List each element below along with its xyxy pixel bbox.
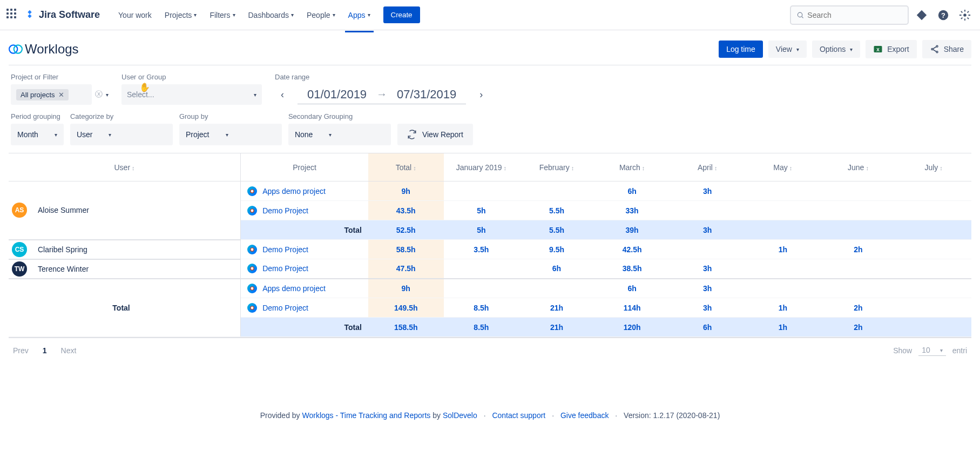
view-button[interactable]: View▾	[768, 41, 807, 58]
date-prev-button[interactable]: ‹	[275, 84, 290, 105]
hours-value[interactable]: 3h	[703, 284, 712, 293]
hours-value[interactable]: 2h	[854, 245, 862, 254]
nav-people[interactable]: People▾	[301, 6, 341, 24]
project-link[interactable]: Demo Project	[262, 206, 308, 215]
nav-dashboards[interactable]: Dashboards▾	[243, 6, 300, 24]
pager-next[interactable]: Next	[61, 346, 77, 355]
svg-point-9	[936, 45, 938, 47]
col-month-3[interactable]: April	[670, 153, 745, 181]
hours-value[interactable]: 43.5h	[396, 206, 416, 215]
options-button[interactable]: Options▾	[812, 41, 860, 58]
export-button[interactable]: X Export	[866, 40, 916, 58]
secondary-select[interactable]: None▾	[288, 124, 391, 145]
log-time-button[interactable]: Log time	[719, 41, 763, 58]
hours-value[interactable]: 9h	[402, 187, 410, 196]
search-box[interactable]	[790, 5, 909, 25]
hours-value[interactable]: 5h	[477, 226, 485, 234]
hours-value[interactable]: 5.5h	[549, 206, 564, 215]
col-user[interactable]: User	[9, 153, 241, 181]
hours-value[interactable]: 3h	[703, 264, 712, 273]
nav-projects[interactable]: Projects▾	[159, 6, 202, 24]
user-filter-control[interactable]: Select... ▾	[121, 84, 262, 105]
hours-value[interactable]: 158.5h	[394, 323, 418, 332]
project-link[interactable]: Apps demo project	[262, 284, 326, 293]
hours-value[interactable]: 8.5h	[474, 323, 489, 332]
project-link[interactable]: Apps demo project	[262, 187, 326, 196]
hours-value[interactable]: 1h	[779, 304, 787, 312]
nav-filters[interactable]: Filters▾	[204, 6, 240, 24]
pager-size-select[interactable]: 10 ▾	[918, 345, 946, 356]
clear-project-icon[interactable]: ⓧ	[95, 90, 103, 99]
hours-value[interactable]: 114h	[624, 304, 641, 312]
hours-value[interactable]: 5.5h	[549, 226, 564, 234]
hours-value[interactable]: 120h	[624, 323, 641, 332]
hours-value[interactable]: 33h	[626, 206, 639, 215]
hours-value[interactable]: 5h	[477, 206, 485, 215]
search-icon	[796, 11, 804, 19]
footer-support-link[interactable]: Contact support	[492, 411, 545, 420]
pager-prev[interactable]: Prev	[13, 346, 29, 355]
date-next-button[interactable]: ›	[474, 84, 489, 105]
hours-value[interactable]: 3.5h	[474, 245, 489, 254]
hours-value[interactable]: 3h	[703, 304, 712, 312]
footer-vendor-link[interactable]: SolDevelo	[443, 411, 477, 420]
hours-value[interactable]: 42.5h	[623, 245, 642, 254]
hours-value[interactable]: 1h	[779, 245, 787, 254]
chevron-down-icon: ▾	[291, 12, 294, 18]
project-link[interactable]: Demo Project	[262, 264, 308, 273]
hours-value[interactable]: 8.5h	[474, 304, 489, 312]
hours-value[interactable]: 47.5h	[396, 264, 416, 273]
hours-value[interactable]: 52.5h	[396, 226, 416, 234]
hours-value[interactable]: 3h	[703, 187, 712, 196]
notifications-icon[interactable]	[913, 6, 930, 24]
col-month-1[interactable]: February	[519, 153, 594, 181]
create-button[interactable]: Create	[383, 6, 420, 23]
hours-value[interactable]: 6h	[627, 284, 636, 293]
search-input[interactable]	[807, 11, 902, 19]
hours-value[interactable]: 21h	[550, 323, 563, 332]
col-month-2[interactable]: March	[594, 153, 670, 181]
hours-value[interactable]: 38.5h	[623, 264, 642, 273]
hours-value[interactable]: 149.5h	[394, 304, 418, 312]
hours-value[interactable]: 6h	[552, 264, 561, 273]
chevron-down-icon: ▾	[850, 46, 853, 52]
product-logo[interactable]: Jira Software	[24, 9, 100, 21]
hours-value[interactable]: 2h	[854, 304, 862, 312]
hours-value[interactable]: 6h	[627, 187, 636, 196]
footer-feedback-link[interactable]: Give feedback	[560, 411, 609, 420]
avatar: CS	[12, 242, 27, 257]
project-filter-control[interactable]: All projects ✕	[11, 84, 92, 105]
hours-value[interactable]: 58.5h	[396, 245, 416, 254]
hours-value[interactable]: 1h	[779, 323, 787, 332]
hours-value[interactable]: 9h	[402, 284, 410, 293]
categorize-select[interactable]: User▾	[70, 124, 173, 145]
app-switcher-icon[interactable]	[6, 9, 19, 22]
hours-value[interactable]: 9.5h	[549, 245, 564, 254]
col-total[interactable]: Total	[368, 153, 444, 181]
hours-value[interactable]: 3h	[703, 226, 712, 234]
project-link[interactable]: Demo Project	[262, 245, 308, 254]
date-range-box[interactable]: 01/01/2019 → 07/31/2019	[298, 85, 466, 104]
hours-value[interactable]: 6h	[703, 323, 712, 332]
hours-value[interactable]: 39h	[626, 226, 639, 234]
nav-apps[interactable]: Apps▾	[343, 6, 376, 24]
project-link[interactable]: Demo Project	[262, 304, 308, 312]
remove-chip-icon[interactable]: ✕	[58, 91, 64, 99]
nav-your-work[interactable]: Your work	[113, 6, 157, 24]
groupby-select[interactable]: Project▾	[179, 124, 282, 145]
footer-app-link[interactable]: Worklogs - Time Tracking and Reports	[302, 411, 430, 420]
hours-value[interactable]: 21h	[550, 304, 563, 312]
settings-icon[interactable]	[956, 6, 974, 24]
view-report-button[interactable]: View Report	[397, 124, 473, 145]
chevron-down-icon[interactable]: ▾	[106, 92, 109, 98]
help-icon[interactable]: ?	[935, 6, 952, 24]
period-select[interactable]: Month▾	[11, 124, 64, 145]
col-month-0[interactable]: January 2019	[444, 153, 519, 181]
share-button[interactable]: Share	[922, 40, 971, 58]
hours-value[interactable]: 2h	[854, 323, 862, 332]
chevron-down-icon: ▾	[333, 12, 335, 18]
col-month-4[interactable]: May	[745, 153, 821, 181]
col-month-6[interactable]: July	[896, 153, 971, 181]
col-month-5[interactable]: June	[821, 153, 896, 181]
project-filter-label: Project or Filter	[11, 73, 109, 81]
